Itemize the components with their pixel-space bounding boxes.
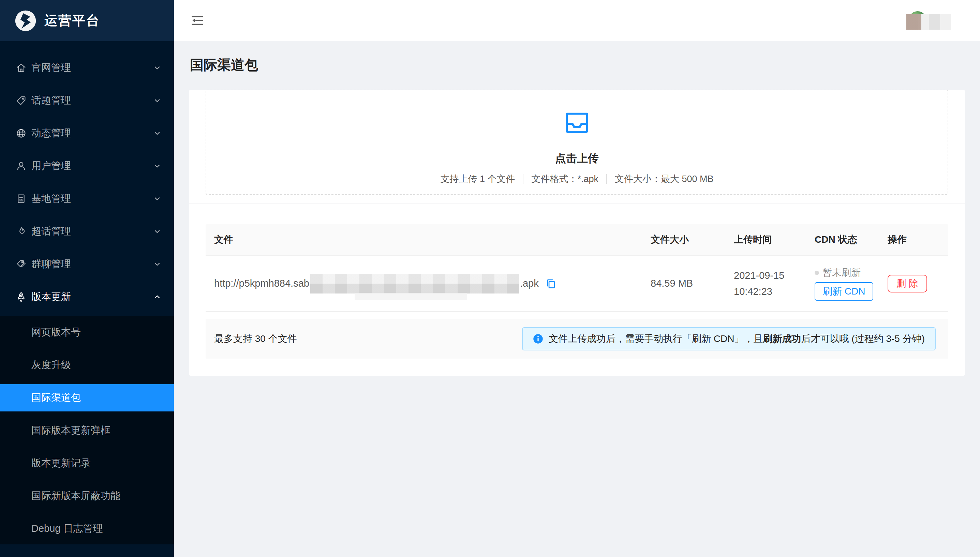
file-size-cell: 84.59 MB [651,278,734,289]
file-url-prefix: http://p5kpmh884.sab [214,278,309,289]
sidebar-item-comment[interactable]: 评论管理 [0,550,174,557]
sidebar-item-base[interactable]: 基地管理 [0,185,174,212]
rocket-icon [16,292,27,302]
alert-text-bold: 刷新成功 [763,333,801,344]
chevron-up-icon [153,293,161,301]
actions-cell: 删 除 [888,275,948,293]
cdn-status-cell: 暂未刷新 刷新 CDN [815,266,888,301]
sidebar-item-supertopic[interactable]: 超话管理 [0,218,174,245]
user-avatar[interactable] [907,11,951,30]
header-file: 文件 [205,233,651,246]
chevron-down-icon [153,227,161,236]
alert-text-pre: 文件上传成功后，需要手动执行「刷新 CDN」，且 [549,333,763,344]
hint-divider [523,174,523,184]
alert-text-post: 后才可以哦 (过程约 3-5 分钟) [801,333,925,344]
chevron-down-icon [153,260,161,269]
logo-block[interactable]: 运营平台 [0,0,174,41]
sidebar-item-label: 版本更新 [31,290,71,304]
submenu-item-label: 国际新版本屏蔽功能 [31,489,121,503]
upload-hints: 支持上传 1 个文件 文件格式：*.apk 文件大小：最大 500 MB [440,173,713,185]
refresh-cdn-button[interactable]: 刷新 CDN [815,282,873,301]
submenu-item-label: 国际渠道包 [31,391,81,405]
sidebar-item-label: 官网管理 [31,61,71,75]
tags-icon [16,259,27,270]
delete-button[interactable]: 删 除 [888,275,927,293]
submenu-item-label: 网页版本号 [31,326,81,339]
home-icon [16,62,27,73]
header-cdn-status: CDN 状态 [815,233,888,246]
url-privacy-mosaic [310,274,519,293]
table-row: http://p5kpmh884.sab .apk 84.59 MB 2021-… [205,256,948,312]
file-limit-text: 最多支持 30 个文件 [214,332,297,345]
sidebar-item-version-update[interactable]: 版本更新 [0,283,174,311]
submenu-item-intl-channel-package[interactable]: 国际渠道包 [0,384,174,412]
submenu-item-debug-log[interactable]: Debug 日志管理 [0,515,174,542]
sidebar-item-label: 话题管理 [31,94,71,107]
user-icon [16,161,27,171]
alert-text: 文件上传成功后，需要手动执行「刷新 CDN」，且刷新成功后才可以哦 (过程约 3… [549,332,925,345]
page-title: 国际渠道包 [189,41,965,74]
cdn-status-text: 暂未刷新 [822,266,861,279]
status-dot-icon [815,271,819,275]
main-area: 国际渠道包 点击上传 支持上传 1 个文件 文件格式：*.apk 文件大小：最大… [174,0,980,557]
cdn-info-alert: 文件上传成功后，需要手动执行「刷新 CDN」，且刷新成功后才可以哦 (过程约 3… [522,327,936,350]
file-url-cell: http://p5kpmh884.sab .apk [205,274,651,293]
submenu-item-label: 国际版本更新弹框 [31,424,111,437]
fire-icon [16,226,27,237]
sidebar-item-feed[interactable]: 动态管理 [0,120,174,147]
brand-title: 运营平台 [44,12,100,29]
upload-date: 2021-09-15 [734,267,815,283]
chevron-down-icon [153,161,161,171]
sidebar-item-label: 基地管理 [31,192,71,205]
submenu-item-version-history[interactable]: 版本更新记录 [0,450,174,477]
sidebar-item-topic[interactable]: 话题管理 [0,87,174,114]
file-url-suffix: .apk [520,278,539,289]
app-root: 运营平台 官网管理 话题管理 动态管理 [0,0,980,557]
upload-hint-format: 文件格式：*.apk [531,173,598,185]
sidebar-item-user[interactable]: 用户管理 [0,152,174,180]
submenu-item-gray-upgrade[interactable]: 灰度升级 [0,352,174,379]
menu-fold-icon[interactable] [191,14,204,27]
sidebar-menu: 官网管理 话题管理 动态管理 用户管理 [0,41,174,557]
divider [189,204,965,204]
chevron-down-icon [153,96,161,105]
files-table: 文件 文件大小 上传时间 CDN 状态 操作 http://p5kpmh884.… [205,224,948,358]
submenu-item-intl-block-feature[interactable]: 国际新版本屏蔽功能 [0,482,174,510]
upload-time-cell: 2021-09-15 10:42:23 [734,267,815,300]
sidebar-item-label: 动态管理 [31,127,71,140]
channel-package-card: 点击上传 支持上传 1 个文件 文件格式：*.apk 文件大小：最大 500 M… [189,90,965,376]
upload-time: 10:42:23 [734,283,815,300]
table-footer: 最多支持 30 个文件 文件上传成功后，需要手动执行「刷新 CDN」，且刷新成功… [205,319,948,358]
brand-logo-icon [14,10,37,32]
tag-icon [16,95,27,106]
topbar [174,0,980,41]
upload-hint-size: 文件大小：最大 500 MB [615,173,714,185]
submenu-item-web-version[interactable]: 网页版本号 [0,319,174,346]
upload-hint-count: 支持上传 1 个文件 [440,173,515,185]
copy-icon[interactable] [545,278,556,290]
chevron-down-icon [153,129,161,138]
sidebar-item-label: 用户管理 [31,159,71,173]
submenu-item-intl-update-popup[interactable]: 国际版本更新弹框 [0,417,174,444]
submenu-item-label: 版本更新记录 [31,456,91,470]
cdn-status: 暂未刷新 [815,266,861,279]
sidebar: 运营平台 官网管理 话题管理 动态管理 [0,0,174,557]
upload-dropzone[interactable]: 点击上传 支持上传 1 个文件 文件格式：*.apk 文件大小：最大 500 M… [205,90,948,195]
sidebar-item-label: 超话管理 [31,225,71,238]
inbox-upload-icon [563,108,591,137]
sidebar-item-official-site[interactable]: 官网管理 [0,54,174,81]
chevron-down-icon [153,194,161,203]
header-actions: 操作 [888,233,948,246]
hint-divider [606,174,607,184]
version-update-submenu: 网页版本号 灰度升级 国际渠道包 国际版本更新弹框 版本更新记录 国际新版本屏蔽… [0,316,174,544]
header-size: 文件大小 [651,233,734,246]
sidebar-item-groupchat[interactable]: 群聊管理 [0,251,174,278]
chevron-down-icon [153,64,161,72]
table-header-row: 文件 文件大小 上传时间 CDN 状态 操作 [205,224,948,256]
sidebar-item-label: 群聊管理 [31,257,71,271]
page-content: 国际渠道包 点击上传 支持上传 1 个文件 文件格式：*.apk 文件大小：最大… [174,41,980,557]
globe-icon [16,128,27,139]
info-circle-icon [533,334,543,344]
upload-title: 点击上传 [555,151,599,166]
submenu-item-label: Debug 日志管理 [31,522,103,536]
